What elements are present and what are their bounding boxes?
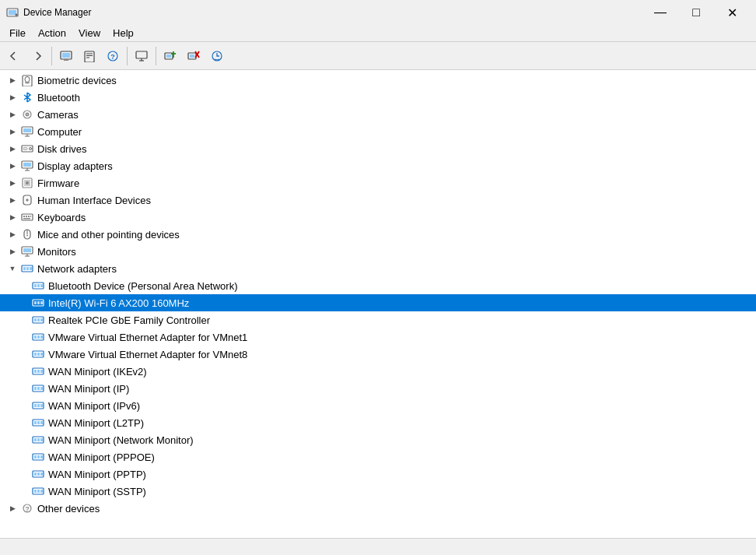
display-button[interactable] [131,45,152,67]
svg-rect-68 [34,301,37,304]
svg-rect-64 [34,284,37,287]
tree-item-wan-pptp[interactable]: WAN Miniport (PPTP) [0,465,756,483]
wan-ikev2-label: WAN Miniport (IKEv2) [48,366,147,378]
svg-rect-74 [40,318,43,321]
expand-biometric[interactable]: ▶ [6,74,19,86]
tree-item-vmware-vmnet1[interactable]: VMware Virtual Ethernet Adapter for VMne… [0,328,756,346]
svg-rect-77 [37,335,40,339]
tree-item-wan-sstp[interactable]: WAN Miniport (SSTP) [0,483,756,500]
expand-monitors[interactable]: ▶ [6,245,19,258]
tree-item-wan-netmon[interactable]: WAN Miniport (Network Monitor) [0,431,756,448]
network-child-icon-vm8 [31,347,45,361]
tree-item-network-adapters[interactable]: ▼ Network adapters [0,260,756,277]
computer-label: Computer [37,126,82,138]
tree-item-monitors[interactable]: ▶ Monitors [0,243,756,260]
expand-bluetooth[interactable]: ▶ [6,91,19,104]
expand-mice[interactable]: ▶ [6,228,19,241]
svg-rect-86 [40,370,43,373]
tree-item-wan-ip[interactable]: WAN Miniport (IP) [0,380,756,397]
vmware-vmnet8-label: VMware Virtual Ethernet Adapter for VMne… [48,349,247,360]
expand-keyboards[interactable]: ▶ [6,211,19,223]
tree-item-realtek[interactable]: Realtek PCIe GbE Family Controller [0,311,756,328]
network-adapters-label: Network adapters [37,263,117,275]
tree-item-wan-pppoe[interactable]: WAN Miniport (PPPOE) [0,448,756,465]
tree-item-vmware-vmnet8[interactable]: VMware Virtual Ethernet Adapter for VMne… [0,346,756,363]
properties-button[interactable] [79,45,100,67]
update-driver-button[interactable] [206,45,228,67]
expand-network-adapters[interactable]: ▼ [6,262,19,275]
svg-rect-82 [40,353,43,356]
svg-rect-113 [37,490,40,493]
back-button[interactable] [3,45,25,67]
tree-item-hid[interactable]: ▶ Human Interface Devices [0,191,756,209]
svg-rect-62 [30,267,32,270]
disk-drives-label: Disk drives [37,143,87,155]
disk-drives-icon [20,142,34,156]
tree-item-firmware[interactable]: ▶ Firmware [0,174,756,191]
svg-rect-20 [190,54,194,58]
expand-disk-drives[interactable]: ▶ [6,142,19,155]
expand-display-adapters[interactable]: ▶ [6,160,19,172]
expand-other-devices[interactable]: ▶ [6,502,19,515]
wan-ip-label: WAN Miniport (IP) [48,383,129,395]
svg-rect-112 [34,490,37,493]
realtek-label: Realtek PCIe GbE Family Controller [48,314,210,326]
tree-item-wan-ikev2[interactable]: WAN Miniport (IKEv2) [0,363,756,380]
svg-rect-85 [37,370,40,373]
expand-computer[interactable]: ▶ [6,125,19,138]
svg-rect-24 [23,76,32,86]
add-driver-button[interactable] [159,45,181,67]
tree-item-display-adapters[interactable]: ▶ Display adapters [0,157,756,174]
network-child-icon-wan1 [31,364,45,378]
scan-computers-button[interactable] [55,45,77,67]
tree-item-mice[interactable]: ▶ Mice and other pointing devices [0,226,756,243]
device-tree[interactable]: ▶ Biometric devices ▶ Bluetooth ▶ [0,70,756,538]
svg-rect-76 [34,335,37,339]
tree-item-computer[interactable]: ▶ Computer [0,123,756,140]
svg-point-42 [26,181,29,184]
expand-cameras[interactable]: ▶ [6,108,19,121]
expand-firmware[interactable]: ▶ [6,177,19,189]
bluetooth-icon [20,90,34,104]
tree-item-wan-l2tp[interactable]: WAN Miniport (L2TP) [0,414,756,431]
menu-help[interactable]: Help [107,26,140,40]
svg-rect-1 [9,10,16,15]
tree-item-keyboards[interactable]: ▶ Keyboards [0,209,756,226]
window-controls[interactable]: — □ ✕ [642,0,750,25]
svg-rect-104 [34,455,37,458]
svg-rect-97 [37,421,40,424]
tree-item-disk-drives[interactable]: ▶ Disk drives [0,140,756,157]
main-area: ▶ Biometric devices ▶ Bluetooth ▶ [0,70,756,538]
tree-item-bluetooth-pan[interactable]: Bluetooth Device (Personal Area Network) [0,277,756,294]
keyboards-icon [20,210,34,224]
forward-button[interactable] [26,45,48,67]
svg-rect-109 [37,472,40,476]
maximize-button[interactable]: □ [678,0,714,25]
tree-item-cameras[interactable]: ▶ Cameras [0,106,756,123]
menu-action[interactable]: Action [32,26,72,40]
help-button[interactable]: ? [102,45,124,67]
svg-rect-102 [40,438,43,441]
toolbar-separator-2 [127,47,128,65]
svg-rect-98 [40,421,43,424]
svg-rect-108 [34,472,37,476]
biometric-icon [20,73,34,87]
minimize-button[interactable]: — [642,0,678,25]
menu-view[interactable]: View [72,26,107,40]
svg-point-34 [30,148,32,150]
uninstall-button[interactable] [183,45,205,67]
expand-hid[interactable]: ▶ [6,194,19,206]
network-child-icon-bt [31,279,45,293]
mice-label: Mice and other pointing devices [37,229,180,241]
wan-l2tp-label: WAN Miniport (L2TP) [48,417,144,429]
tree-item-intel-wifi[interactable]: Intel(R) Wi-Fi 6 AX200 160MHz [0,294,756,311]
mice-icon [20,227,34,241]
svg-rect-89 [37,387,40,390]
menu-file[interactable]: File [3,26,32,40]
close-button[interactable]: ✕ [714,0,750,25]
tree-item-wan-ipv6[interactable]: WAN Miniport (IPv6) [0,397,756,414]
network-child-icon-wifi [31,296,45,310]
tree-item-biometric[interactable]: ▶ Biometric devices [0,72,756,89]
tree-item-bluetooth[interactable]: ▶ Bluetooth [0,89,756,106]
tree-item-other-devices[interactable]: ▶ ? Other devices [0,500,756,517]
